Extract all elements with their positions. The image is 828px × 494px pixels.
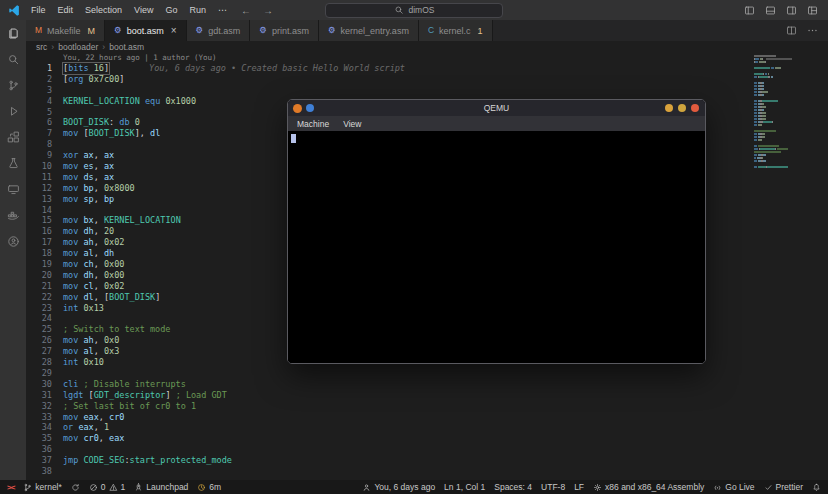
code-line-2[interactable]: 2[org 0x7c00] — [26, 74, 828, 85]
activity-testing[interactable] — [5, 155, 21, 171]
code-line-36[interactable]: 36 — [26, 444, 828, 455]
status-remote-indicator[interactable]: >< — [7, 483, 14, 492]
qemu-window[interactable]: QEMU MachineView — [287, 99, 706, 364]
activity-docker[interactable] — [5, 207, 21, 223]
rocket-icon — [134, 483, 143, 492]
status-blame-status[interactable]: You, 6 days ago — [362, 482, 435, 492]
close-button[interactable] — [691, 104, 699, 112]
tab-label: Makefile — [47, 26, 81, 36]
tab-kernel.c[interactable]: Ckernel.c1 — [419, 20, 493, 41]
status-indentation[interactable]: Spaces: 4 — [494, 482, 532, 492]
tab-Makefile[interactable]: MMakefileM — [26, 20, 105, 41]
tab-bar: MMakefileM⚙boot.asm×⚙gdt.asm⚙print.asm⚙k… — [26, 20, 828, 41]
qemu-display[interactable] — [288, 131, 705, 363]
panel-left-icon[interactable] — [744, 5, 755, 16]
tab-label: kernel_entry.asm — [341, 26, 409, 36]
activity-extensions[interactable] — [5, 129, 21, 145]
tab-gdt.asm[interactable]: ⚙gdt.asm — [187, 20, 251, 41]
line-number: 1 — [26, 63, 63, 74]
tab-label: gdt.asm — [208, 26, 240, 36]
status-notifications[interactable] — [812, 483, 821, 492]
line-number: 25 — [26, 324, 63, 335]
tab-boot.asm[interactable]: ⚙boot.asm× — [105, 20, 187, 41]
launchpad-label: Launchpad — [146, 482, 188, 492]
gitlens-codelens[interactable]: You, 22 hours ago | 1 author (You) — [26, 53, 828, 63]
activity-bar — [0, 20, 26, 480]
status-go-live[interactable]: Go Live — [713, 482, 754, 492]
line-content: or eax, 1 — [63, 422, 109, 433]
menu-edit[interactable]: Edit — [52, 5, 80, 15]
minimap[interactable] — [754, 55, 802, 172]
status-prettier[interactable]: Prettier — [764, 482, 803, 492]
code-line-1[interactable]: 1[bits 16]You, 6 days ago • Created basi… — [26, 63, 828, 74]
line-number: 19 — [26, 259, 63, 270]
code-line-32[interactable]: 32; Set last bit of cr0 to 1 — [26, 401, 828, 412]
code-line-38[interactable]: 38 — [26, 466, 828, 477]
qemu-menu-machine[interactable]: Machine — [291, 119, 335, 129]
code-line-35[interactable]: 35mov cr0, eax — [26, 433, 828, 444]
code-line-37[interactable]: 37jmp CODE_SEG:start_protected_mode — [26, 455, 828, 466]
prettier-label: Prettier — [776, 482, 803, 492]
more-icon[interactable] — [807, 25, 818, 36]
tab-print.asm[interactable]: ⚙print.asm — [250, 20, 319, 41]
line-number: 3 — [26, 85, 63, 96]
line-content: [bits 16] — [63, 63, 109, 74]
qemu-window-menu-icon[interactable] — [306, 104, 314, 112]
menu-go[interactable]: Go — [159, 5, 183, 15]
status-sync-changes[interactable] — [71, 483, 80, 492]
line-number: 16 — [26, 226, 63, 237]
code-line-30[interactable]: 30cli ; Disable interrupts — [26, 379, 828, 390]
line-number: 31 — [26, 390, 63, 401]
code-line-29[interactable]: 29 — [26, 368, 828, 379]
code-line-33[interactable]: 33mov eax, cr0 — [26, 412, 828, 423]
inline-blame: You, 6 days ago • Created basic Hello Wo… — [149, 63, 405, 74]
minimize-button[interactable] — [665, 104, 673, 112]
layout-icon[interactable] — [807, 5, 818, 16]
status-git-branch[interactable]: kernel* — [23, 482, 61, 492]
activity-run-and-debug[interactable] — [5, 103, 21, 119]
activity-source-control[interactable] — [5, 77, 21, 93]
maximize-button[interactable] — [678, 104, 686, 112]
status-language-mode[interactable]: x86 and x86_64 Assembly — [593, 482, 704, 492]
status-encoding[interactable]: UTF-8 — [541, 482, 565, 492]
tab-kernel_entry.asm[interactable]: ⚙kernel_entry.asm — [319, 20, 419, 41]
blame-status-label: You, 6 days ago — [374, 482, 435, 492]
panel-right-icon[interactable] — [786, 5, 797, 16]
close-icon[interactable]: × — [171, 25, 177, 36]
qemu-titlebar[interactable]: QEMU — [288, 100, 705, 116]
line-number: 17 — [26, 237, 63, 248]
code-line-31[interactable]: 31lgdt [GDT_descriptor] ; Load GDT — [26, 390, 828, 401]
panel-bottom-icon[interactable] — [765, 5, 776, 16]
status-timer[interactable]: 6m — [197, 482, 221, 492]
breadcrumb-item-boot.asm[interactable]: boot.asm — [109, 42, 144, 52]
breadcrumb-item-src[interactable]: src — [36, 42, 47, 52]
qemu-menu-view[interactable]: View — [337, 119, 367, 129]
split-icon[interactable] — [786, 25, 797, 36]
menu-more[interactable]: ⋯ — [212, 5, 233, 15]
activity-live-share[interactable] — [5, 233, 21, 249]
command-center[interactable]: dimOS — [325, 3, 503, 18]
menu-run[interactable]: Run — [183, 5, 212, 15]
menu-file[interactable]: File — [25, 5, 52, 15]
activity-remote-explorer[interactable] — [5, 181, 21, 197]
breadcrumb-item-bootloader[interactable]: bootloader — [58, 42, 98, 52]
code-line-3[interactable]: 3 — [26, 85, 828, 96]
menu-view[interactable]: View — [128, 5, 159, 15]
status-problems[interactable]: 01 — [89, 482, 125, 492]
line-number: 15 — [26, 215, 63, 226]
menubar: FileEditSelectionViewGoRun⋯ — [25, 5, 233, 15]
line-content: ; Set last bit of cr0 to 1 — [63, 401, 196, 412]
status-launchpad[interactable]: Launchpad — [134, 482, 188, 492]
menu-selection[interactable]: Selection — [79, 5, 128, 15]
activity-explorer[interactable] — [5, 25, 21, 41]
status-eol[interactable]: LF — [574, 482, 584, 492]
code-line-34[interactable]: 34or eax, 1 — [26, 422, 828, 433]
navigate-back-icon[interactable]: ← — [241, 5, 251, 16]
line-number: 14 — [26, 205, 63, 216]
branch-icon — [23, 483, 32, 492]
language-mode-label: x86 and x86_64 Assembly — [605, 482, 704, 492]
navigate-forward-icon[interactable]: → — [263, 5, 273, 16]
status-cursor-position[interactable]: Ln 1, Col 1 — [444, 482, 485, 492]
tab-count-badge: 1 — [478, 26, 483, 36]
activity-search[interactable] — [5, 51, 21, 67]
